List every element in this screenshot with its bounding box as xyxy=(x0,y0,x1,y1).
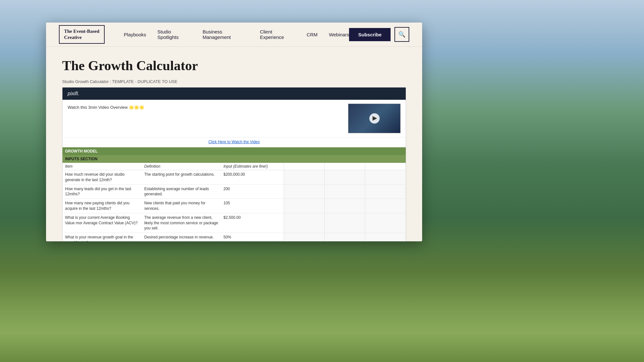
nav-links: Playbooks Studio Spotlights Business Man… xyxy=(124,29,349,40)
page-content: The Growth Calculator Studio Growth Calc… xyxy=(46,47,422,241)
row5-extra1 xyxy=(284,233,325,241)
growth-model-header-row: GROWTH MODEL xyxy=(62,147,406,155)
spreadsheet-header: pixifi. xyxy=(62,88,406,100)
col-item-header: Item xyxy=(62,163,142,170)
inputs-section-row: INPUTS SECTION xyxy=(62,155,406,163)
col-extra1-header xyxy=(284,163,325,170)
row2-extra1 xyxy=(284,184,325,199)
row4-extra1 xyxy=(284,213,325,233)
row2-extra3 xyxy=(365,184,406,199)
row1-extra1 xyxy=(284,170,325,185)
row5-extra2 xyxy=(325,233,365,241)
row2-value: 200 xyxy=(221,184,284,199)
row2-item: How many leads did you get in the last 1… xyxy=(62,184,142,199)
nav-client-experience[interactable]: Client Experience xyxy=(260,29,295,40)
search-icon: 🔍 xyxy=(398,31,405,38)
table-row: How many new paying clients did you acqu… xyxy=(62,199,406,213)
table-row: What is your revenue growth goal in the … xyxy=(62,233,406,241)
row5-value: 50% xyxy=(221,233,284,241)
row4-extra2 xyxy=(325,213,365,233)
play-button[interactable] xyxy=(369,113,380,124)
video-link[interactable]: Click Here to Watch the Video xyxy=(208,140,260,144)
nav-studio-spotlights[interactable]: Studio Spotlights xyxy=(157,29,191,40)
row5-definition: Desired percentage increase in revenue. xyxy=(142,233,221,241)
play-icon xyxy=(373,116,377,121)
row3-definition: New clients that paid you money for serv… xyxy=(142,199,221,213)
row4-definition: The average revenue from a new client, l… xyxy=(142,213,221,233)
video-thumbnail[interactable] xyxy=(348,104,401,133)
navbar: The Event-Based Creative Playbooks Studi… xyxy=(46,23,422,47)
row1-item: How much revenue did your studio generat… xyxy=(62,170,142,185)
spreadsheet-label: Studio Growth Calculator : TEMPLATE - DU… xyxy=(62,79,406,84)
row1-definition: The starting point for growth calculatio… xyxy=(142,170,221,185)
logo-text: The Event-Based Creative xyxy=(64,28,99,41)
col-extra2-header xyxy=(325,163,365,170)
table-row: How many leads did you get in the last 1… xyxy=(62,184,406,199)
col-def-header: Definition xyxy=(142,163,221,170)
row2-extra2 xyxy=(325,184,365,199)
spreadsheet-body: Watch this 3min Video Overview 🌟🌟🌟 Click… xyxy=(62,100,406,241)
inputs-section-label: INPUTS SECTION xyxy=(62,155,406,163)
column-header-row: Item Definition Input (Estimates are fin… xyxy=(62,163,406,170)
col-input-header: Input (Estimates are fine!) xyxy=(221,163,284,170)
nav-webinars[interactable]: Webinars xyxy=(329,32,349,37)
row3-extra1 xyxy=(284,199,325,213)
subscribe-button[interactable]: Subscribe xyxy=(349,28,391,41)
row2-definition: Establishing average number of leads gen… xyxy=(142,184,221,199)
col-extra3-header xyxy=(365,163,406,170)
search-button[interactable]: 🔍 xyxy=(394,27,409,42)
table-row: What is your current Average Booking Val… xyxy=(62,213,406,233)
site-logo[interactable]: The Event-Based Creative xyxy=(59,25,105,44)
nav-playbooks[interactable]: Playbooks xyxy=(124,32,146,37)
row5-extra3 xyxy=(365,233,406,241)
pixifi-logo: pixifi. xyxy=(68,91,79,97)
nav-crm[interactable]: CRM xyxy=(307,32,317,37)
page-title: The Growth Calculator xyxy=(62,58,406,73)
row5-item: What is your revenue growth goal in the … xyxy=(62,233,142,241)
row1-value: $200,000.00 xyxy=(221,170,284,185)
spreadsheet-table: GROWTH MODEL INPUTS SECTION Item Definit… xyxy=(62,147,406,241)
growth-model-label: GROWTH MODEL xyxy=(62,147,406,155)
nav-business-management[interactable]: Business Management xyxy=(203,29,249,40)
row3-extra3 xyxy=(365,199,406,213)
row4-extra3 xyxy=(365,213,406,233)
video-thumb-content xyxy=(348,104,400,133)
row3-extra2 xyxy=(325,199,365,213)
row3-item: How many new paying clients did you acqu… xyxy=(62,199,142,213)
video-section: Watch this 3min Video Overview 🌟🌟🌟 xyxy=(62,100,406,137)
nav-right: Subscribe 🔍 xyxy=(349,27,409,42)
main-window: The Event-Based Creative Playbooks Studi… xyxy=(46,23,422,241)
row1-extra3 xyxy=(365,170,406,185)
row4-value: $2,500.00 xyxy=(221,213,284,233)
video-link-row: Click Here to Watch the Video xyxy=(62,137,406,147)
row4-item: What is your current Average Booking Val… xyxy=(62,213,142,233)
spreadsheet-container: pixifi. Watch this 3min Video Overview 🌟… xyxy=(62,87,406,241)
table-row: How much revenue did your studio generat… xyxy=(62,170,406,185)
row3-value: 105 xyxy=(221,199,284,213)
video-label: Watch this 3min Video Overview 🌟🌟🌟 xyxy=(68,104,343,110)
row1-extra2 xyxy=(325,170,365,185)
